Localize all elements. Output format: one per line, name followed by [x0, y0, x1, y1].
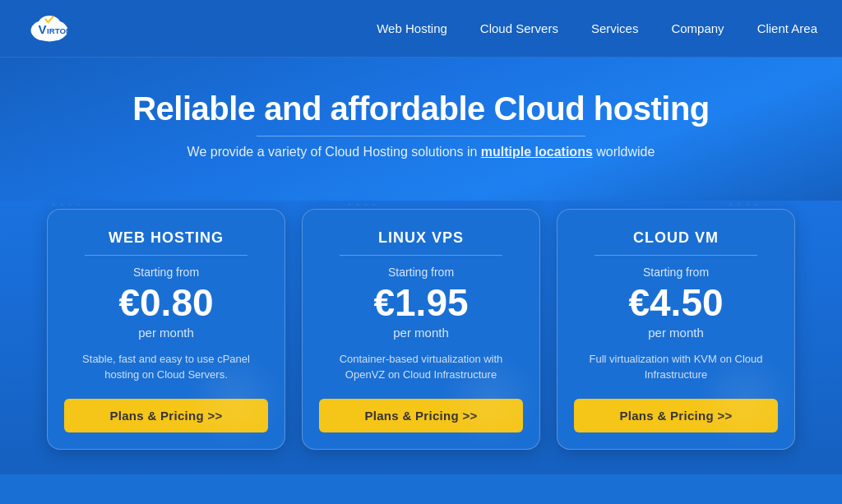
- svg-text:IRTONO: IRTONO: [47, 26, 74, 35]
- pricing-cards-container: WEB HOSTING Starting from €0.80 per mont…: [33, 209, 809, 450]
- card-web-hosting-starting-label: Starting from: [64, 266, 268, 279]
- card-cloud-vm-price: €4.50: [574, 282, 778, 324]
- nav-cloud-servers[interactable]: Cloud Servers: [480, 21, 558, 35]
- hero-divider: [257, 136, 585, 136]
- nav-links: Web Hosting Cloud Servers Services Compa…: [377, 21, 817, 36]
- svg-point-47: [738, 203, 741, 206]
- card-cloud-vm: CLOUD VM Starting from €4.50 per month F…: [557, 209, 795, 450]
- hero-subtitle: We provide a variety of Cloud Hosting so…: [16, 145, 826, 160]
- cards-section: WEB HOSTING Starting from €0.80 per mont…: [0, 201, 842, 474]
- card-cloud-vm-description: Full virtualization with KVM on Cloud In…: [574, 351, 778, 384]
- card-cloud-vm-starting-label: Starting from: [574, 266, 778, 279]
- card-linux-vps-button[interactable]: Plans & Pricing >>: [319, 399, 523, 432]
- card-linux-vps-price: €1.95: [319, 282, 523, 324]
- svg-point-7: [60, 203, 63, 206]
- logo[interactable]: V IRTONO: [25, 8, 74, 49]
- svg-point-48: [746, 203, 749, 206]
- svg-text:V: V: [39, 22, 47, 36]
- nav-web-hosting[interactable]: Web Hosting: [377, 21, 447, 35]
- card-web-hosting-divider: [85, 255, 248, 256]
- svg-point-6: [52, 203, 55, 206]
- card-web-hosting-per-month: per month: [64, 326, 268, 340]
- card-web-hosting-description: Stable, fast and easy to use cPanel host…: [64, 351, 268, 384]
- card-web-hosting: WEB HOSTING Starting from €0.80 per mont…: [47, 209, 285, 450]
- card-cloud-vm-button[interactable]: Plans & Pricing >>: [574, 399, 778, 432]
- hero-subtitle-bold: multiple locations: [481, 145, 593, 159]
- card-linux-vps-per-month: per month: [319, 326, 523, 340]
- card-web-hosting-button[interactable]: Plans & Pricing >>: [64, 399, 268, 432]
- svg-point-27: [356, 203, 359, 206]
- svg-point-8: [68, 203, 72, 206]
- svg-point-49: [754, 203, 757, 206]
- nav-services[interactable]: Services: [591, 21, 639, 35]
- hero-section: Reliable and affordable Cloud hosting We…: [0, 58, 842, 201]
- card-web-hosting-title: WEB HOSTING: [64, 229, 268, 247]
- svg-point-28: [364, 203, 368, 206]
- svg-point-46: [729, 203, 733, 206]
- card-cloud-vm-title: CLOUD VM: [574, 229, 778, 247]
- svg-point-29: [372, 203, 376, 206]
- card-linux-vps-title: LINUX VPS: [319, 229, 523, 247]
- nav-company[interactable]: Company: [671, 21, 724, 35]
- nav-client-area[interactable]: Client Area: [757, 21, 817, 35]
- svg-point-26: [348, 203, 351, 206]
- hero-title: Reliable and affordable Cloud hosting: [16, 90, 826, 127]
- card-cloud-vm-divider: [594, 255, 757, 256]
- svg-point-9: [76, 203, 80, 206]
- card-web-hosting-price: €0.80: [64, 282, 268, 324]
- card-linux-vps: LINUX VPS Starting from €1.95 per month …: [302, 209, 540, 450]
- navbar: V IRTONO Web Hosting Cloud Servers Servi…: [0, 0, 842, 58]
- card-linux-vps-description: Container-based virtualization with Open…: [319, 351, 523, 384]
- card-linux-vps-starting-label: Starting from: [319, 266, 523, 279]
- card-cloud-vm-per-month: per month: [574, 326, 778, 340]
- card-linux-vps-divider: [340, 255, 502, 256]
